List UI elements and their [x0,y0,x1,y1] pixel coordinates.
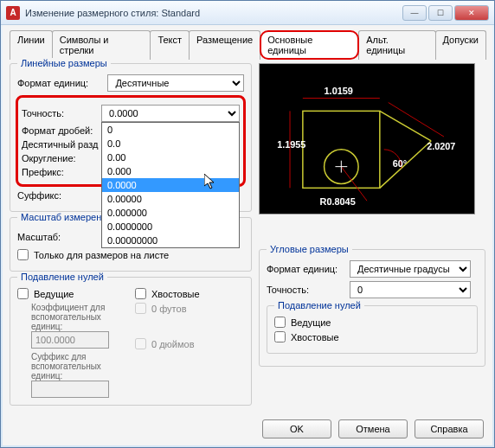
precision-option[interactable]: 0.000 [102,164,239,178]
tab-lines[interactable]: Линии [10,30,53,60]
linear-title: Линейные размеры [17,58,111,68]
layout-only-label: Только для размеров на листе [34,250,169,260]
ang-trailing-checkbox[interactable] [274,331,286,342]
window-title: Изменение размерного стиля: Standard [25,8,402,18]
svg-text:60°: 60° [393,158,407,169]
cancel-button[interactable]: Отмена [338,419,408,438]
svg-text:1.0159: 1.0159 [325,86,353,96]
tab-tolerances[interactable]: Допуски [435,30,486,60]
ang-format-select[interactable]: Десятичные градусы [350,260,471,278]
linear-group: Линейные размеры Формат единиц: Десятичн… [10,63,252,212]
tab-primary-units[interactable]: Основные единицы [260,30,359,60]
precision-label: Точность: [22,108,96,118]
precision-option[interactable]: 0.000000 [102,206,239,220]
ok-button[interactable]: OK [262,419,331,438]
ang-leading-label: Ведущие [291,317,331,328]
precision-option[interactable]: 0.0 [102,137,239,150]
unit-format-select[interactable]: Десятичные [107,74,244,92]
feet-label: 0 футов [151,304,186,314]
dec-sep-label: Десятичный разд [22,139,108,150]
precision-option[interactable]: 0 [102,123,239,137]
trailing-label: Хвостовые [151,289,200,299]
tab-placement[interactable]: Размещение [189,30,260,60]
ang-zero-group: Подавление нулей Ведущие Хвостовые [267,305,478,354]
coef-label: Коэффициент для вспомогательных единиц: [31,303,126,331]
tab-symbols[interactable]: Символы и стрелки [52,30,151,60]
leading-label: Ведущие [34,289,74,299]
minimize-button[interactable]: — [402,5,427,21]
trailing-checkbox[interactable] [135,288,146,299]
suffix-label: Суффикс: [17,190,104,201]
zero-suffix-input [31,381,109,398]
ang-leading-checkbox[interactable] [274,317,286,328]
prefix-label: Префикс: [22,167,108,177]
precision-highlight: Точность: 0.0000 0 0.0 0.00 0.000 0.0000… [16,95,246,187]
svg-line-2 [380,111,431,141]
unit-format-label: Формат единиц: [17,78,102,88]
fraction-label: Формат дробей: [22,125,108,136]
close-button[interactable]: ✕ [454,5,489,21]
angular-title: Угловые размеры [267,244,352,254]
feet-checkbox [135,303,146,314]
ang-format-label: Формат единиц: [267,264,344,274]
precision-option[interactable]: 0.0000000 [102,220,239,234]
precision-option[interactable]: 0.00 [102,150,239,164]
precision-dropdown: 0 0.0 0.00 0.000 0.0000 0.00000 0.000000… [101,122,240,248]
titlebar: A Изменение размерного стиля: Standard —… [1,1,494,25]
ang-precision-select[interactable]: 0 [350,281,471,298]
round-label: Округление: [22,153,108,163]
layout-only-checkbox[interactable] [17,249,29,260]
precision-option[interactable]: 0.00000 [102,192,239,206]
preview-pane: 1.0159 1.1955 2.0207 60° R0.8045 [259,63,475,214]
tab-bar: Линии Символы и стрелки Текст Размещение… [10,30,485,60]
angular-group: Угловые размеры Формат единиц: Десятичны… [259,249,485,367]
zero-title: Подавление нулей [17,272,107,282]
tab-alt-units[interactable]: Альт. единицы [358,30,435,60]
zero-group: Подавление нулей Ведущие Коэффициент для… [10,277,252,406]
ang-precision-label: Точность: [267,285,344,295]
maximize-button[interactable]: ☐ [428,5,453,21]
leading-checkbox[interactable] [17,288,29,299]
svg-text:R0.8045: R0.8045 [320,196,356,207]
help-button[interactable]: Справка [415,419,484,438]
inches-checkbox [135,338,146,349]
ang-zero-title: Подавление нулей [274,300,364,310]
zero-suffix-label: Суффикс для вспомогательных единиц: [31,352,126,381]
precision-option[interactable]: 0.0000 [102,178,239,192]
app-icon: A [6,6,20,20]
inches-label: 0 дюймов [151,339,195,349]
ang-trailing-label: Хвостовые [291,332,339,342]
svg-text:1.1955: 1.1955 [277,139,305,150]
precision-option[interactable]: 0.00000000 [102,234,239,247]
svg-text:2.0207: 2.0207 [427,141,455,151]
coef-input [31,331,109,349]
tab-text[interactable]: Текст [150,30,190,60]
precision-select[interactable]: 0.0000 [101,105,240,122]
